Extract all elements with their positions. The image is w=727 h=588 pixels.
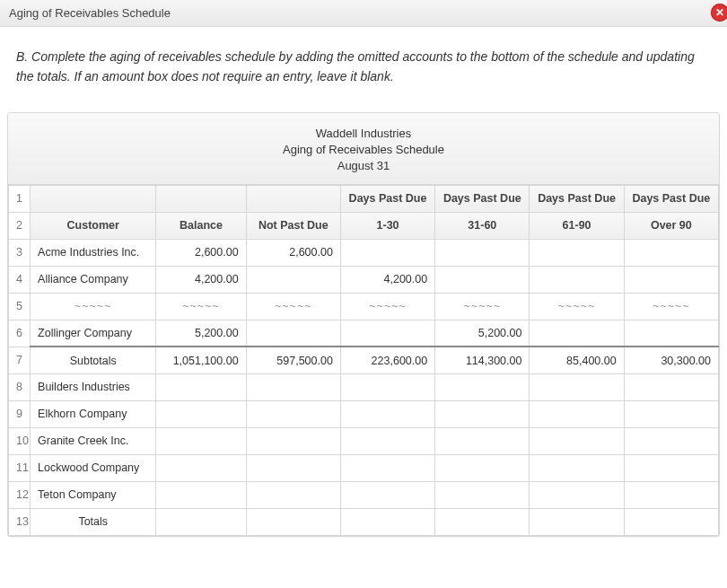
cell-customer: Granite Creek Inc. bbox=[31, 427, 156, 454]
row-number: 6 bbox=[9, 320, 31, 347]
cell-totals-label: Totals bbox=[31, 508, 156, 535]
table-row: 4 Alliance Company 4,200.00 4,200.00 bbox=[9, 266, 719, 293]
close-button[interactable]: ✕ bbox=[711, 4, 727, 22]
row-number: 8 bbox=[9, 373, 31, 400]
cell-61-90 bbox=[530, 266, 624, 293]
col-header-61-90: 61-90 bbox=[530, 212, 624, 239]
cell-61-90-input[interactable] bbox=[530, 427, 624, 454]
cell-balance-input[interactable] bbox=[156, 508, 246, 535]
ellipsis-cell: ~~~~~ bbox=[340, 293, 434, 320]
sheet-header: Waddell Industries Aging of Receivables … bbox=[8, 113, 719, 185]
table-row-entry: 9 Elkhorn Company bbox=[9, 400, 719, 427]
cell-balance-input[interactable] bbox=[156, 400, 246, 427]
row-number: 9 bbox=[9, 400, 31, 427]
cell-1-30-input[interactable] bbox=[340, 400, 434, 427]
ellipsis-cell: ~~~~~ bbox=[31, 293, 156, 320]
cell-balance-input[interactable] bbox=[156, 427, 246, 454]
cell-31-60-input[interactable] bbox=[435, 481, 530, 508]
cell-customer: Builders Industries bbox=[31, 373, 156, 400]
cell-not-past-due bbox=[246, 266, 340, 293]
ellipsis-cell: ~~~~~ bbox=[530, 293, 624, 320]
cell-customer: Acme Industries Inc. bbox=[31, 239, 156, 266]
cell-not-past-due bbox=[246, 320, 340, 347]
group-header-days-past-due: Days Past Due bbox=[624, 185, 718, 212]
row-number: 11 bbox=[9, 454, 31, 481]
table-row-ellipsis: 5 ~~~~~ ~~~~~ ~~~~~ ~~~~~ ~~~~~ ~~~~~ ~~… bbox=[9, 293, 719, 320]
ellipsis-cell: ~~~~~ bbox=[624, 293, 718, 320]
col-header-over-90: Over 90 bbox=[624, 212, 718, 239]
cell-not-past-due-input[interactable] bbox=[246, 454, 340, 481]
cell-balance: 1,051,100.00 bbox=[156, 347, 246, 373]
cell-1-30-input[interactable] bbox=[340, 427, 434, 454]
cell-balance-input[interactable] bbox=[156, 454, 246, 481]
group-header-days-past-due: Days Past Due bbox=[435, 185, 530, 212]
blank-header bbox=[156, 185, 246, 212]
row-column-header: 2 Customer Balance Not Past Due 1-30 31-… bbox=[9, 212, 719, 239]
cell-balance-input[interactable] bbox=[156, 481, 246, 508]
cell-1-30-input[interactable] bbox=[340, 454, 434, 481]
table-row-entry: 10 Granite Creek Inc. bbox=[9, 427, 719, 454]
cell-balance-input[interactable] bbox=[156, 373, 246, 400]
report-title: Aging of Receivables Schedule bbox=[8, 143, 719, 156]
table-row-totals: 13 Totals bbox=[9, 508, 719, 535]
cell-over-90 bbox=[624, 266, 718, 293]
row-number: 4 bbox=[9, 266, 31, 293]
cell-31-60-input[interactable] bbox=[435, 400, 530, 427]
col-header-1-30: 1-30 bbox=[340, 212, 434, 239]
cell-1-30 bbox=[340, 239, 434, 266]
cell-balance: 5,200.00 bbox=[156, 320, 246, 347]
cell-over-90-input[interactable] bbox=[624, 427, 718, 454]
cell-61-90-input[interactable] bbox=[530, 454, 624, 481]
cell-customer: Lockwood Company bbox=[31, 454, 156, 481]
cell-subtotals-label: Subtotals bbox=[31, 347, 156, 373]
cell-31-60-input[interactable] bbox=[435, 454, 530, 481]
cell-31-60: 5,200.00 bbox=[435, 320, 530, 347]
row-number: 5 bbox=[9, 293, 31, 320]
cell-over-90-input[interactable] bbox=[624, 454, 718, 481]
row-number: 3 bbox=[9, 239, 31, 266]
cell-31-60-input[interactable] bbox=[435, 373, 530, 400]
cell-not-past-due: 2,600.00 bbox=[246, 239, 340, 266]
cell-61-90 bbox=[530, 320, 624, 347]
row-number: 10 bbox=[9, 427, 31, 454]
report-date: August 31 bbox=[8, 159, 719, 172]
cell-not-past-due-input[interactable] bbox=[246, 373, 340, 400]
cell-61-90-input[interactable] bbox=[530, 400, 624, 427]
cell-not-past-due-input[interactable] bbox=[246, 400, 340, 427]
cell-61-90: 85,400.00 bbox=[530, 347, 624, 373]
blank-header bbox=[31, 185, 156, 212]
cell-1-30-input[interactable] bbox=[340, 481, 434, 508]
close-icon: ✕ bbox=[715, 6, 724, 19]
cell-not-past-due-input[interactable] bbox=[246, 427, 340, 454]
spreadsheet: Waddell Industries Aging of Receivables … bbox=[7, 112, 720, 537]
row-number: 7 bbox=[9, 347, 31, 373]
cell-customer: Elkhorn Company bbox=[31, 400, 156, 427]
blank-header bbox=[246, 185, 340, 212]
cell-over-90 bbox=[624, 239, 718, 266]
cell-over-90-input[interactable] bbox=[624, 481, 718, 508]
table-row-entry: 11 Lockwood Company bbox=[9, 454, 719, 481]
cell-61-90-input[interactable] bbox=[530, 481, 624, 508]
cell-1-30 bbox=[340, 320, 434, 347]
instructions-text: B. Complete the aging of receivables sch… bbox=[0, 27, 727, 112]
cell-not-past-due-input[interactable] bbox=[246, 481, 340, 508]
cell-31-60 bbox=[435, 239, 530, 266]
cell-61-90-input[interactable] bbox=[530, 508, 624, 535]
cell-over-90-input[interactable] bbox=[624, 508, 718, 535]
cell-over-90: 30,300.00 bbox=[624, 347, 718, 373]
cell-1-30-input[interactable] bbox=[340, 508, 434, 535]
cell-1-30-input[interactable] bbox=[340, 373, 434, 400]
cell-31-60 bbox=[435, 266, 530, 293]
cell-31-60-input[interactable] bbox=[435, 427, 530, 454]
cell-31-60-input[interactable] bbox=[435, 508, 530, 535]
cell-61-90-input[interactable] bbox=[530, 373, 624, 400]
cell-not-past-due-input[interactable] bbox=[246, 508, 340, 535]
cell-over-90-input[interactable] bbox=[624, 400, 718, 427]
row-number: 12 bbox=[9, 481, 31, 508]
cell-over-90-input[interactable] bbox=[624, 373, 718, 400]
cell-31-60: 114,300.00 bbox=[435, 347, 530, 373]
col-header-31-60: 31-60 bbox=[435, 212, 530, 239]
col-header-not-past-due: Not Past Due bbox=[246, 212, 340, 239]
ellipsis-cell: ~~~~~ bbox=[435, 293, 530, 320]
cell-customer: Alliance Company bbox=[31, 266, 156, 293]
